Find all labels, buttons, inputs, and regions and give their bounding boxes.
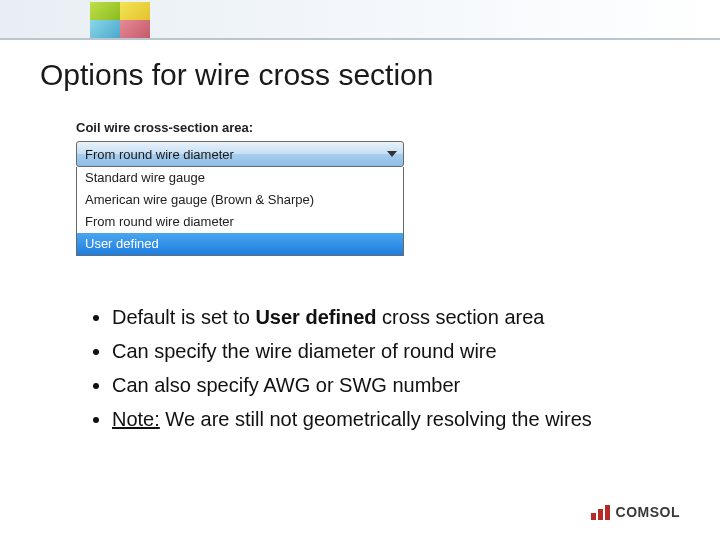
dropdown-option[interactable]: User defined [77,233,403,255]
dropdown-option[interactable]: American wire gauge (Brown & Sharpe) [77,189,403,211]
cross-section-dropdown[interactable]: From round wire diameter [76,141,404,167]
chevron-down-icon [387,151,397,157]
widget-label: Coil wire cross-section area: [76,120,404,135]
bullet-item: Can specify the wire diameter of round w… [112,334,650,368]
bullet-item: Default is set to User defined cross sec… [112,300,650,334]
bullet-item: Note: We are still not geometrically res… [112,402,650,436]
cross-section-widget: Coil wire cross-section area: From round… [76,120,404,256]
dropdown-option[interactable]: From round wire diameter [77,211,403,233]
dropdown-list: Standard wire gauge American wire gauge … [76,167,404,256]
brand-bars-icon [591,505,610,520]
bullet-list: Default is set to User defined cross sec… [90,300,650,436]
dropdown-option[interactable]: Standard wire gauge [77,167,403,189]
page-title: Options for wire cross section [40,58,433,92]
brand-icon [90,2,150,38]
top-decor-strip [0,0,720,40]
brand-name: COMSOL [616,504,680,520]
footer-brand: COMSOL [591,504,680,520]
bullet-item: Can also specify AWG or SWG number [112,368,650,402]
dropdown-selected-value: From round wire diameter [85,147,234,162]
